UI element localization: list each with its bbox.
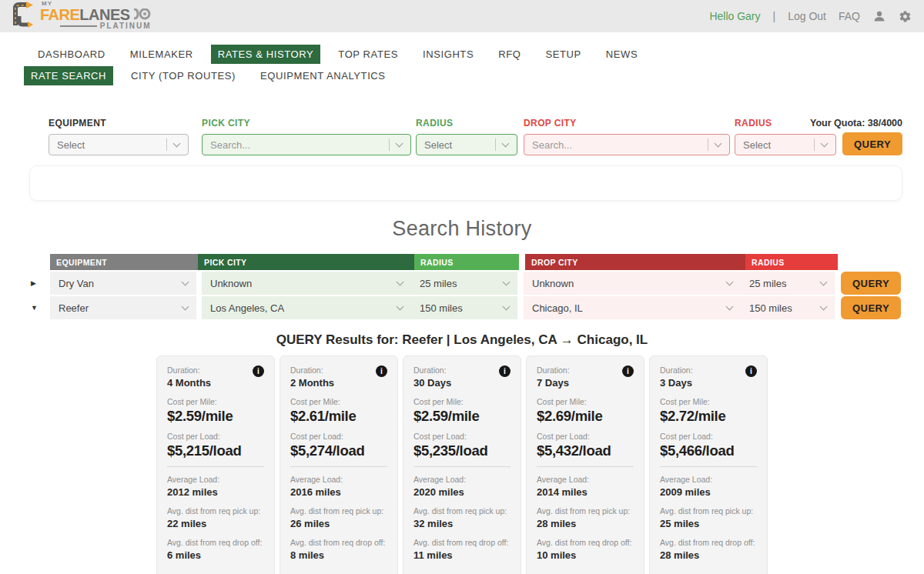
nav-rfq[interactable]: RFQ [491,45,527,64]
drop-radius-select[interactable]: Select [735,134,836,155]
result-card: Duration: 7 Days Cost per Mile: $2.69/mi… [526,355,644,574]
nav-dashboard[interactable]: DASHBOARD [31,45,112,64]
row-pick-radius-select[interactable]: 25 miles [411,272,517,295]
topbar-right: Hello Gary | Log Out FAQ [709,9,912,23]
query-button[interactable]: QUERY [842,132,902,155]
top-bar: MY FARELANES PLATINUM Hello Gary | Log O… [0,0,924,32]
card-divider [167,466,264,467]
nav-news[interactable]: NEWS [599,45,644,64]
avg-drop-value: 10 miles [537,549,634,561]
expand-expanded-icon[interactable] [31,304,50,312]
drop-city-input[interactable] [532,139,708,151]
avg-pick-value: 32 miles [413,518,511,529]
info-icon[interactable] [745,365,757,377]
chevron-down-icon [397,279,404,286]
info-icon[interactable] [253,365,264,377]
cost-per-load-value: $5,466/load [660,442,757,459]
history-table-header: EQUIPMENT PICK CITY RADIUS DROP CITY RAD… [50,254,924,270]
nav-milemaker[interactable]: MILEMAKER [123,45,200,64]
card-divider [537,466,634,467]
avg-drop-value: 28 miles [660,549,757,561]
row-pick-city-select[interactable]: Unknown [202,272,411,295]
row-equipment-select[interactable]: Reefer [50,296,196,319]
chevron-down-icon [503,303,511,311]
col-equipment: EQUIPMENT [50,254,198,270]
row-drop-radius-select[interactable]: 25 miles [741,272,835,295]
card-divider [290,466,387,467]
expand-collapsed-icon[interactable] [31,279,50,287]
average-load-value: 2009 miles [660,486,757,498]
col-pick-radius: RADIUS [414,254,519,270]
row-drop-radius-select[interactable]: 150 miles [741,296,835,319]
fl-logo-icon [9,1,37,32]
average-load-value: 2012 miles [167,486,264,498]
chevron-down-icon [397,303,404,311]
row-drop-city-select[interactable]: Chicago, IL [524,296,741,319]
cost-per-mile-value: $2.61/mile [290,408,387,425]
duration-value: 4 Months [167,377,211,389]
drop-city-combobox [524,134,730,155]
topbar-divider: | [773,10,776,22]
logo-platinum: PLATINUM [100,22,152,30]
chevron-down-icon [820,303,828,311]
nav-top-rates[interactable]: TOP RATES [331,45,405,64]
nav-setup[interactable]: SETUP [538,45,588,64]
faq-link[interactable]: FAQ [839,10,860,22]
row-pick-radius-select[interactable]: 150 miles [411,296,517,319]
row-query-button[interactable]: QUERY [841,296,901,319]
average-load-value: 2020 miles [413,486,511,498]
card-divider [413,466,511,467]
info-icon[interactable] [376,365,387,377]
row-query-button[interactable]: QUERY [841,272,901,295]
equipment-label: EQUIPMENT [49,118,189,128]
col-pick-city: PICK CITY [198,254,414,270]
cost-per-load-value: $5,235/load [413,442,511,459]
main-nav: DASHBOARD MILEMAKER RATES & HISTORY TOP … [0,32,924,64]
nav-rates-history[interactable]: RATES & HISTORY [211,45,321,64]
logo-lanes: LANES [79,7,129,22]
user-icon[interactable] [872,9,886,23]
logo-fare: FARE [40,7,79,22]
chevron-down-icon [726,279,734,286]
chevron-down-icon [821,140,829,148]
nav-insights[interactable]: INSIGHTS [416,45,480,64]
cost-per-mile-value: $2.59/mile [413,408,511,425]
logout-link[interactable]: Log Out [788,10,826,22]
cost-per-load-value: $5,274/load [290,442,387,459]
results-placeholder-panel [29,165,902,201]
results-cards: Duration: 4 Months Cost per Mile: $2.59/… [0,355,924,574]
pick-radius-select[interactable]: Select [416,134,517,155]
average-load-value: 2016 miles [290,486,387,498]
gear-icon[interactable] [899,10,912,23]
info-icon[interactable] [622,365,634,377]
subnav-rate-search[interactable]: RATE SEARCH [24,66,113,85]
chevron-down-icon [396,140,403,148]
row-drop-city-select[interactable]: Unknown [524,272,741,295]
result-card: Duration: 4 Months Cost per Mile: $2.59/… [156,355,275,574]
duration-value: 2 Months [290,377,334,389]
chevron-down-icon [503,279,511,286]
logo-text: MY FARELANES PLATINUM [40,1,152,30]
avg-drop-value: 8 miles [290,549,387,561]
row-pick-city-select[interactable]: Los Angeles, CA [202,296,411,319]
row-equipment-select[interactable]: Dry Van [50,272,196,295]
info-icon[interactable] [499,365,511,377]
history-row: Reefer Los Angeles, CA 150 miles Chicago… [31,296,924,319]
pick-city-combobox [202,134,411,155]
quota-text: Your Quota: 38/4000 [810,118,902,128]
truck-icon [133,7,152,22]
avg-pick-value: 28 miles [537,518,634,529]
cost-per-mile-value: $2.69/mile [537,408,634,425]
chevron-down-icon [173,140,181,148]
subnav-city-top-routes[interactable]: CITY (TOP ROUTES) [124,66,243,85]
pick-city-input[interactable] [210,139,389,151]
equipment-select[interactable]: Select [49,134,189,155]
avg-drop-value: 11 miles [413,549,511,561]
chevron-down-icon [502,140,510,148]
cost-per-mile-value: $2.72/mile [660,408,757,425]
sub-nav: RATE SEARCH CITY (TOP ROUTES) EQUIPMENT … [0,64,924,85]
col-drop-radius: RADIUS [745,254,838,270]
app-logo[interactable]: MY FARELANES PLATINUM [9,1,152,32]
subnav-equipment-analytics[interactable]: EQUIPMENT ANALYTICS [253,66,393,85]
pick-city-label: PICK CITY [202,118,411,128]
